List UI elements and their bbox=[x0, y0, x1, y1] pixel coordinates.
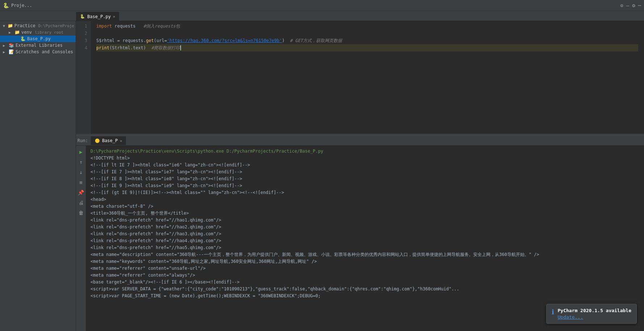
title-bar-left: 🐍 Proje... bbox=[3, 3, 32, 8]
code-editor[interactable]: 1 2 3 4 import requests #倒入requests包 S$r… bbox=[76, 21, 644, 134]
sidebar-tree: ▼ 📁 Practice D:\PycharmProje ▶ 📁 venv li… bbox=[0, 21, 76, 331]
console-line-2: <!--[if lt IE 7 ]><html class="ie6" lang… bbox=[91, 162, 640, 169]
line-num-2: 2 bbox=[76, 30, 87, 37]
code-line-1: import requests #倒入requests包 bbox=[96, 22, 638, 30]
print-button[interactable]: 🖨 bbox=[77, 199, 85, 207]
console-line-17: <meta name="referrer" content="unsafe-ur… bbox=[91, 265, 640, 272]
sidebar: ▼ 📁 Practice D:\PycharmProje ▶ 📁 venv li… bbox=[0, 21, 76, 331]
line-numbers: 1 2 3 4 bbox=[76, 21, 91, 134]
line-num-4: 4 bbox=[76, 44, 87, 51]
circle-icon[interactable]: ⊙ bbox=[620, 3, 623, 8]
run-button[interactable]: ▶ bbox=[77, 148, 85, 156]
pin-button[interactable]: 📌 bbox=[77, 189, 85, 196]
console-line-6: <!--[if (gt IE 9)|!(IE)]><!--><html clas… bbox=[91, 189, 640, 196]
tree-arrow-practice: ▼ bbox=[3, 24, 6, 28]
console-line-7: <head> bbox=[91, 196, 640, 203]
line-num-1: 1 bbox=[76, 22, 87, 30]
editor-tab-close-icon[interactable]: ✕ bbox=[113, 15, 115, 18]
notification-popup: ℹ PyCharm 2020.1.5 available Update... bbox=[546, 304, 637, 324]
console-output[interactable]: D:\PycharmProjects\Practice\venv\Scripts… bbox=[86, 146, 644, 331]
run-tab-label: Base_P bbox=[102, 138, 118, 143]
code-line-3: S$rhtml = requests.get(url='https://hao.… bbox=[96, 37, 638, 44]
var-strhtml: Strhtml.text bbox=[112, 45, 143, 50]
python-icon-base-p: 🐍 bbox=[20, 36, 26, 41]
scratch-icon: 📝 bbox=[9, 49, 14, 54]
console-line-10: <link rel="dns-prefetch" href="//hao1.qh… bbox=[91, 217, 640, 224]
console-line-9: <title>360导航_一个主页, 整个世界</title> bbox=[91, 210, 640, 217]
sidebar-label-ext-libs: External Libraries bbox=[16, 43, 63, 48]
cmt-4: #爬取数据打印 bbox=[151, 45, 180, 50]
scroll-down-button[interactable]: ↓ bbox=[77, 168, 85, 176]
tree-arrow-scratches: ▶ bbox=[3, 50, 7, 54]
param-url: url= bbox=[156, 38, 167, 43]
sidebar-label-scratches: Scratches and Consoles bbox=[16, 49, 73, 54]
python-file-icon: 🐍 bbox=[80, 14, 85, 19]
app-icon: 🐍 bbox=[3, 3, 9, 8]
sidebar-label-base-p: Base_P.py bbox=[27, 36, 51, 41]
notification-update-link[interactable]: Update... bbox=[558, 314, 583, 320]
tree-arrow-venv: ▶ bbox=[9, 30, 13, 34]
run-tab-base-p[interactable]: 🟡 Base_P ✕ bbox=[91, 136, 126, 145]
run-toolbar: ▶ ↑ ↓ ≡ 📌 🖨 🗑 bbox=[76, 146, 86, 331]
editor-tab-bar: 🐍 Base_P.py ✕ bbox=[0, 11, 644, 21]
console-line-21: <script>var PAGE_START_TIME = (new Date)… bbox=[91, 293, 640, 299]
sidebar-label-venv: venv bbox=[21, 30, 32, 35]
space-3 bbox=[285, 38, 290, 43]
console-line-16: <meta name="keywords" content="360导航,网址之… bbox=[91, 258, 640, 265]
sidebar-item-practice[interactable]: ▼ 📁 Practice D:\PycharmProje bbox=[0, 22, 76, 29]
title-bar-icons: ⊙ — ⚙ ─ bbox=[620, 3, 641, 8]
main-area: ▼ 📁 Practice D:\PycharmProje ▶ 📁 venv li… bbox=[0, 21, 644, 331]
sidebar-path-practice: D:\PycharmProje bbox=[38, 24, 74, 28]
code-line-4: print(Strhtml.text) #爬取数据打印 bbox=[96, 44, 638, 51]
folder-icon-practice: 📁 bbox=[8, 23, 13, 28]
run-tab-bar: Run: 🟡 Base_P ✕ bbox=[76, 136, 644, 146]
code-line-2 bbox=[96, 30, 638, 37]
tree-arrow-ext-libs: ▶ bbox=[3, 44, 7, 47]
console-line-18: <meta name="referrer" content="always"/> bbox=[91, 272, 640, 279]
url-str: 'https://hao.360.com/?src=lm&ls=n76150e7… bbox=[167, 38, 282, 43]
code-text-requests: requests bbox=[112, 24, 143, 29]
space-4 bbox=[146, 45, 151, 50]
scroll-up-button[interactable]: ↑ bbox=[77, 158, 85, 166]
right-margin bbox=[638, 21, 644, 134]
console-line-5: <!--[if IE 9 ]><html class="ie9" lang="z… bbox=[91, 182, 640, 189]
editor-tab-label: Base_P.py bbox=[87, 14, 111, 19]
sidebar-label-practice: Practice bbox=[14, 23, 35, 28]
wrap-button[interactable]: ≡ bbox=[77, 178, 85, 186]
app-title: Proje... bbox=[11, 3, 32, 8]
fn-get: get bbox=[146, 38, 154, 43]
console-line-0: D:\PycharmProjects\Practice\venv\Scripts… bbox=[91, 148, 640, 155]
minimize-icon[interactable]: ─ bbox=[638, 3, 641, 8]
fn-print: print bbox=[96, 45, 109, 50]
run-label: Run: bbox=[77, 138, 91, 143]
run-tab-icon: 🟡 bbox=[95, 138, 100, 143]
notification-icon: ℹ bbox=[552, 308, 554, 316]
cursor bbox=[180, 45, 184, 50]
console-line-4: <!--[if IE 8 ]><html class="ie8" lang="z… bbox=[91, 175, 640, 182]
bottom-panel: Run: 🟡 Base_P ✕ ▶ ↑ ↓ ≡ 📌 🖨 🗑 bbox=[76, 135, 644, 331]
sidebar-item-base-p[interactable]: 🐍 Base_P.py bbox=[0, 36, 76, 42]
gear-icon[interactable]: ⚙ bbox=[632, 3, 635, 8]
folder-icon-venv: 📁 bbox=[14, 30, 20, 35]
sidebar-item-ext-libs[interactable]: ▶ 📚 External Libraries bbox=[0, 42, 76, 49]
code-content[interactable]: import requests #倒入requests包 S$rhtml = r… bbox=[91, 21, 638, 134]
console-line-15: <meta name="description" content="360导航-… bbox=[91, 251, 640, 258]
sidebar-sublabel-venv: library root bbox=[35, 30, 63, 35]
editor-tab-base-p[interactable]: 🐍 Base_P.py ✕ bbox=[76, 12, 119, 21]
sidebar-item-scratches[interactable]: ▶ 📝 Scratches and Consoles bbox=[0, 49, 76, 55]
console-line-20: <script>var SERVER_DATA = {"weather":{"c… bbox=[91, 286, 640, 293]
console-line-12: <link rel="dns-prefetch" href="//hao3.qh… bbox=[91, 231, 640, 237]
console-line-3: <!--[if IE 7 ]><html class="ie7" lang="z… bbox=[91, 169, 640, 175]
title-bar: 🐍 Proje... ⊙ — ⚙ ─ bbox=[0, 0, 644, 11]
console-line-19: <base target="_blank"/><!--[if IE 6 ]></… bbox=[91, 279, 640, 286]
delete-button[interactable]: 🗑 bbox=[77, 209, 85, 217]
kw-import: import bbox=[96, 24, 112, 29]
run-tab-close-icon[interactable]: ✕ bbox=[120, 139, 122, 143]
dash-icon[interactable]: — bbox=[626, 3, 629, 8]
run-panel-body: ▶ ↑ ↓ ≡ 📌 🖨 🗑 D:\PycharmProjects\Practic… bbox=[76, 146, 644, 331]
notification-body: PyCharm 2020.1.5 available Update... bbox=[558, 308, 632, 320]
console-line-13: <link rel="dns-prefetch" href="//hao4.qh… bbox=[91, 237, 640, 244]
sidebar-item-venv[interactable]: ▶ 📁 venv library root bbox=[0, 29, 76, 36]
cmt-3: # GET方式，获取网页数据 bbox=[290, 38, 342, 43]
console-line-14: <link rel="dns-prefetch" href="//hao5.qh… bbox=[91, 244, 640, 251]
